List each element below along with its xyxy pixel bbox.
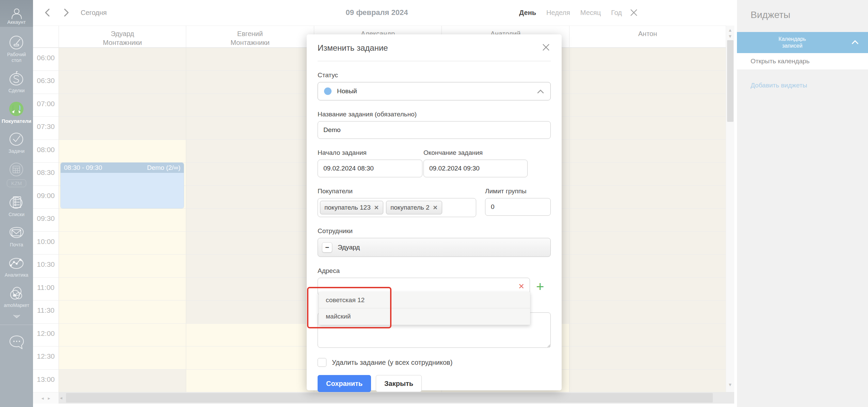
end-label: Окончание задания <box>423 149 528 157</box>
time-label: 07:00 <box>33 100 59 108</box>
lists-icon <box>7 195 25 210</box>
employee-name: Эдуард <box>111 29 134 38</box>
buyer-tag: покупатель 2✕ <box>386 201 442 214</box>
calendar-widget-title: Календарь записей <box>737 36 868 49</box>
calendar-column[interactable] <box>186 48 314 392</box>
close-button[interactable]: Закрыть <box>376 375 422 392</box>
time-label: 12:00 <box>33 329 59 338</box>
time-label: 11:30 <box>33 306 59 314</box>
calendar-column[interactable] <box>59 48 186 392</box>
remove-employee-button[interactable]: − <box>322 242 332 253</box>
today-button[interactable]: Сегодня <box>81 9 107 17</box>
scroll-up-icon[interactable]: ▲ <box>726 28 734 33</box>
scroll-down-icon[interactable]: ▼ <box>726 34 734 39</box>
sidebar-item-account[interactable]: Аккаунт <box>0 0 33 27</box>
end-input[interactable] <box>423 160 528 177</box>
sidebar-item-label: Аналитика <box>5 272 28 278</box>
sidebar-item-dashboard[interactable]: Рабочий стол <box>2 35 32 63</box>
remove-tag-icon[interactable]: ✕ <box>374 204 379 211</box>
deals-icon <box>7 71 25 86</box>
group-limit-input[interactable] <box>485 198 551 216</box>
sidebar-item-mail[interactable]: Почта <box>2 225 32 248</box>
buyers-field[interactable]: покупатель 123✕покупатель 2✕ <box>318 198 476 217</box>
calendar-column[interactable] <box>569 48 726 392</box>
horizontal-scrollbar[interactable]: ◂▸ ◂ <box>33 392 734 404</box>
tab-month[interactable]: Месяц <box>580 9 601 17</box>
sidebar-item-kzm[interactable]: KZM <box>2 162 32 187</box>
scroll-down-icon[interactable]: ▼ <box>726 382 734 387</box>
sidebar-item-label: KZM <box>7 179 27 187</box>
dashboard-icon <box>7 35 25 50</box>
time-label: 13:00 <box>33 375 59 384</box>
schedule-segment <box>59 369 186 392</box>
tasks-icon <box>7 131 25 147</box>
mail-icon <box>7 225 25 241</box>
buyers-label: Покупатели <box>318 188 476 195</box>
modal-close-icon[interactable] <box>541 43 551 53</box>
address-option[interactable]: советская 12 <box>319 292 530 308</box>
widgets-panel: Виджеты Календарь записей Открыть календ… <box>737 0 868 407</box>
status-value: Новый <box>337 87 357 95</box>
tab-day[interactable]: День <box>519 9 536 17</box>
delete-task-checkbox[interactable] <box>318 358 326 367</box>
time-label: 08:30 <box>33 168 59 177</box>
current-date: 09 февраля 2024 <box>326 8 428 17</box>
sidebar-item-lists[interactable]: Списки <box>2 195 32 217</box>
employees-field: − Эдуард <box>318 238 551 257</box>
address-option[interactable]: майский <box>319 308 530 325</box>
column-header-5: Антон <box>569 26 726 47</box>
sidebar-item-tasks[interactable]: Задачи <box>2 131 32 154</box>
save-button[interactable]: Сохранить <box>318 375 371 392</box>
next-day-button[interactable] <box>61 7 71 18</box>
vertical-scroll-thumb[interactable] <box>727 40 734 122</box>
sidebar-item-label: Аккаунт <box>7 19 26 25</box>
scroll-right-icon[interactable]: ▸ <box>48 395 50 401</box>
time-label: 06:00 <box>33 54 59 62</box>
calendar-event[interactable]: 08:30 - 09:30Demo (2/∞) <box>61 163 184 208</box>
chat-icon[interactable] <box>8 335 26 352</box>
tab-week[interactable]: Неделя <box>546 9 570 17</box>
sidebar-item-deals[interactable]: Сделки <box>2 71 32 94</box>
analytics-icon <box>7 255 25 271</box>
column-header-1: ЭдуардМонтажники <box>59 26 186 47</box>
start-input[interactable] <box>318 160 422 177</box>
sidebar-item-label: amoМаркет <box>4 303 29 308</box>
buyer-tag-label: покупатель 123 <box>324 204 371 211</box>
chevron-down-icon[interactable] <box>13 314 20 320</box>
sidebar-item-label: Покупатели <box>2 118 32 124</box>
add-widgets-link[interactable]: Добавить виджеты <box>751 82 868 89</box>
scroll-left-icon[interactable]: ◂ <box>41 395 44 401</box>
event-title: Demo (2/∞) <box>147 164 180 172</box>
time-label: 12:30 <box>33 352 59 360</box>
close-calendar-icon[interactable] <box>629 7 639 18</box>
hscroll-track[interactable]: ◂ <box>59 392 734 404</box>
scroll-left-icon[interactable]: ◂ <box>60 392 62 404</box>
employee-name: Евгений <box>237 29 263 38</box>
sidebar-item-buyers[interactable]: Покупатели <box>2 101 32 124</box>
task-name-label: Название задания (обязательно) <box>318 111 551 118</box>
chevron-up-icon <box>537 89 544 94</box>
avatar-icon <box>10 7 23 19</box>
app-root: Аккаунт Рабочий столСделкиПокупателиЗада… <box>0 0 868 407</box>
schedule-segment <box>186 323 314 392</box>
calendar-widget-header[interactable]: Календарь записей <box>737 32 868 53</box>
tab-year[interactable]: Год <box>611 9 622 17</box>
time-label: 06:30 <box>33 77 59 85</box>
edit-task-modal: Изменить задание Статус Новый Название з… <box>307 34 562 390</box>
sidebar-item-analytics[interactable]: Аналитика <box>2 255 32 278</box>
task-name-input[interactable] <box>318 121 551 139</box>
add-address-icon[interactable]: + <box>536 281 544 292</box>
view-switcher: День Неделя Месяц Год <box>519 9 622 17</box>
prev-day-button[interactable] <box>43 7 53 18</box>
sidebar-item-market[interactable]: amoМаркет <box>2 286 32 308</box>
kzm-icon <box>7 162 25 177</box>
horizontal-scroll-thumb[interactable] <box>66 393 713 403</box>
status-color-dot <box>324 87 332 95</box>
buyers-icon <box>7 101 25 117</box>
status-select[interactable]: Новый <box>318 82 551 100</box>
modal-title: Изменить задание <box>318 43 388 53</box>
clear-address-icon[interactable]: ✕ <box>518 282 525 291</box>
open-calendar-button[interactable]: Открыть календарь <box>737 53 868 69</box>
remove-tag-icon[interactable]: ✕ <box>433 204 438 211</box>
vertical-scrollbar[interactable]: ▲ ▼ ▼ <box>726 26 734 404</box>
